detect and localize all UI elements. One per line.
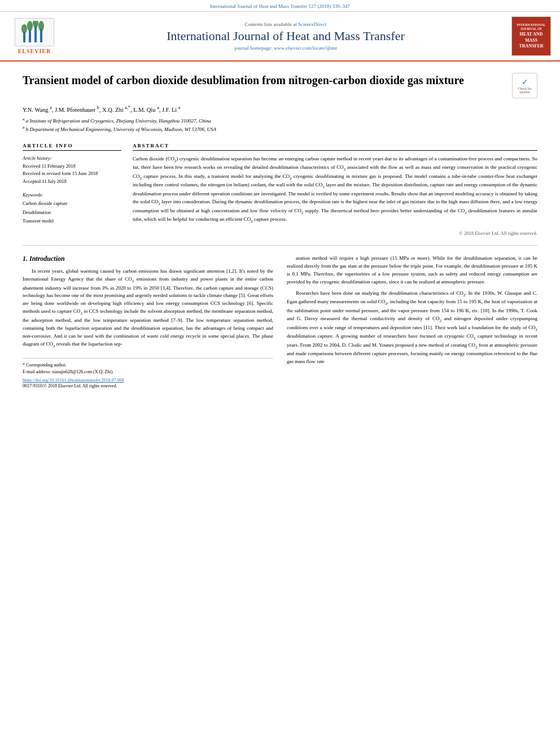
- abstract-panel: ABSTRACT Carbon dioxide (CO2) cryogenic …: [133, 143, 537, 236]
- corresponding-author-note: * Corresponding author.: [23, 362, 273, 369]
- body-right-column: aration method will require a high press…: [287, 255, 537, 390]
- body-content: 1. Introduction In recent years, global …: [23, 255, 537, 390]
- keywords-label: Keywords:: [23, 192, 121, 198]
- intro-right-text: aration method will require a high press…: [287, 255, 537, 366]
- keywords-list: Carbon dioxide capture Desublimation Tra…: [23, 199, 121, 225]
- svg-rect-4: [34, 27, 37, 42]
- journal-header: ELSEVIER Contents lists available at Sci…: [0, 12, 560, 62]
- sciencedirect-link[interactable]: ScienceDirect: [298, 21, 326, 27]
- keywords-section: Keywords: Carbon dioxide capture Desubli…: [23, 192, 121, 225]
- received-date: Received 11 February 2018: [23, 163, 121, 171]
- journal-center-block: Contents lists available at ScienceDirec…: [60, 21, 511, 51]
- elsevier-logo: ELSEVIER: [9, 18, 60, 54]
- check-updates-badge: ✓ Check for updates: [512, 73, 537, 98]
- abstract-header: ABSTRACT: [133, 143, 537, 151]
- sciencedirect-label: Contents lists available at ScienceDirec…: [71, 21, 500, 27]
- check-updates-icon: ✓: [522, 77, 528, 87]
- svg-rect-0: [23, 32, 25, 42]
- abstract-text: Carbon dioxide (CO2) cryogenic desublima…: [133, 155, 537, 225]
- paper-title-section: Transient model of carbon dioxide desubl…: [23, 73, 537, 98]
- body-left-column: 1. Introduction In recent years, global …: [23, 255, 273, 390]
- check-updates-label: Check for updates: [513, 87, 537, 94]
- section-divider: [23, 245, 537, 246]
- article-info-abstract: ARTICLE INFO Article history: Received 1…: [23, 143, 537, 236]
- accepted-date: Accepted 11 July 2018: [23, 178, 121, 186]
- journal-homepage-link[interactable]: journal homepage: www.elsevier.com/locat…: [234, 45, 336, 51]
- intro-paragraph-1: In recent years, global warming caused b…: [23, 268, 273, 349]
- received-revised-date: Received in revised form 15 June 2018: [23, 170, 121, 178]
- right-paragraph-1: aration method will require a high press…: [287, 255, 537, 286]
- affiliations: a a Institute of Refrigeration and Cryog…: [23, 116, 537, 134]
- paper-title: Transient model of carbon dioxide desubl…: [23, 73, 512, 88]
- article-dates: Received 11 February 2018 Received in re…: [23, 163, 121, 186]
- journal-homepage: journal homepage: www.elsevier.com/locat…: [71, 45, 500, 51]
- right-paragraph-2: Researches have been done on studying th…: [287, 290, 537, 366]
- intro-section-title: 1. Introduction: [23, 255, 273, 263]
- svg-point-7: [38, 21, 44, 31]
- article-info-panel: ARTICLE INFO Article history: Received 1…: [23, 143, 121, 236]
- journal-citation: International Journal of Heat and Mass T…: [210, 3, 350, 9]
- issn-note: 0017-9310/© 2018 Elsevier Ltd. All right…: [23, 383, 273, 390]
- history-label: Article history:: [23, 155, 121, 161]
- affiliation-a: a a Institute of Refrigeration and Cryog…: [23, 116, 537, 125]
- elsevier-brand: ELSEVIER: [18, 48, 51, 54]
- keyword-3: Transient model: [23, 217, 121, 225]
- svg-rect-2: [29, 29, 31, 42]
- journal-right-logo: INTERNATIONAL JOURNAL OF HEAT AND MASS T…: [511, 16, 551, 56]
- doi-link[interactable]: https://doi.org/10.1016/j.ijheatmasstran…: [23, 378, 273, 383]
- abstract-paragraph: Carbon dioxide (CO2) cryogenic desublima…: [133, 155, 537, 225]
- keyword-2: Desublimation: [23, 208, 121, 217]
- svg-point-5: [33, 21, 38, 28]
- svg-point-3: [27, 21, 33, 31]
- affiliation-b: b b Department of Mechanical Engineering…: [23, 125, 537, 134]
- journal-title: International Journal of Heat and Mass T…: [71, 29, 500, 43]
- svg-rect-6: [40, 29, 42, 42]
- elsevier-logo-image: [15, 18, 54, 46]
- article-info-header: ARTICLE INFO: [23, 143, 121, 151]
- email-note: E-mail address: xiaoqin628@126.com (X.Q.…: [23, 369, 273, 375]
- main-content: Transient model of carbon dioxide desubl…: [0, 62, 560, 401]
- footnote-area: * Corresponding author. E-mail address: …: [23, 358, 273, 390]
- journal-citation-bar: International Journal of Heat and Mass T…: [0, 0, 560, 12]
- svg-point-1: [21, 24, 27, 33]
- authors-line: Y.N. Wang a, J.M. Pfotenhauer b, X.Q. Zh…: [23, 105, 537, 113]
- copyright-line: © 2018 Elsevier Ltd. All rights reserved…: [133, 230, 537, 236]
- keyword-1: Carbon dioxide capture: [23, 199, 121, 208]
- intro-left-text: In recent years, global warming caused b…: [23, 268, 273, 349]
